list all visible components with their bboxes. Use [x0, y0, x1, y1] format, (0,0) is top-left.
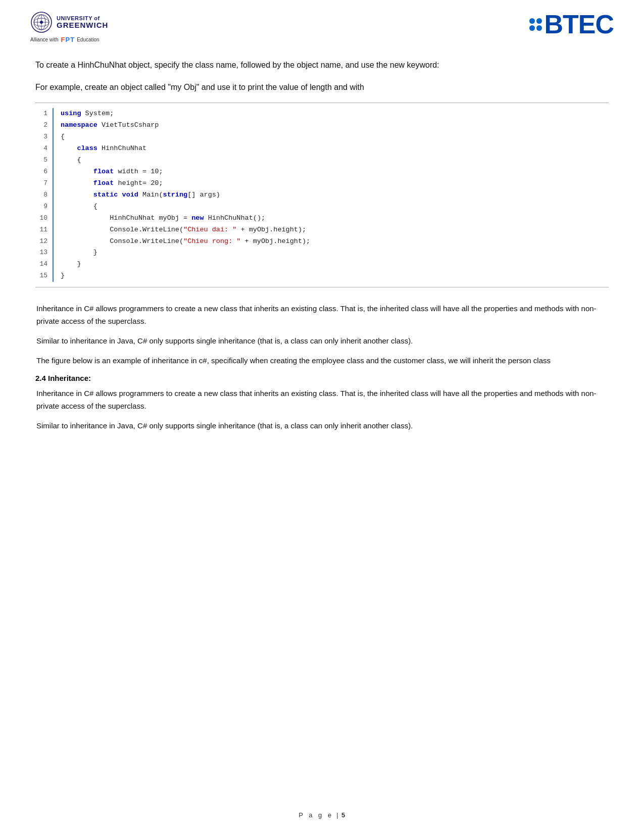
content-area: To create a HinhChuNhat object, specify … [0, 48, 644, 460]
code-line-4: 4 class HinhChuNhat [35, 143, 609, 155]
fpt-logo: FPT [61, 36, 75, 43]
page-number: P a g e | 5 [299, 811, 345, 819]
line-code-14: } [54, 259, 609, 270]
line-num-11: 11 [35, 224, 54, 236]
footer-separator: | [336, 811, 338, 819]
line-code-11: Console.WriteLine("Chieu dai: " + myObj.… [54, 224, 609, 236]
line-code-7: float height= 20; [54, 178, 609, 189]
body-para-4: Inheritance in C# allows programmers to … [35, 387, 609, 413]
university-name: UNIVERSITY of GREENWICH [57, 15, 108, 30]
code-line-5: 5 { [35, 155, 609, 166]
footer: P a g e | 5 [0, 811, 644, 819]
university-logo: UNIVERSITY of GREENWICH [30, 11, 108, 33]
line-code-5: { [54, 155, 609, 166]
body-para-3: The figure below is an example of inheri… [35, 355, 609, 367]
line-num-13: 13 [35, 247, 54, 259]
education-label: Education [77, 37, 99, 42]
line-code-1: using System; [54, 108, 609, 120]
code-line-11: 11 Console.WriteLine("Chieu dai: " + myO… [35, 224, 609, 236]
line-code-8: static void Main(string[] args) [54, 189, 609, 201]
code-block: 1 using System; 2 namespace VietTutsCsha… [35, 108, 609, 282]
line-num-1: 1 [35, 108, 54, 120]
line-code-6: float width = 10; [54, 166, 609, 178]
line-num-15: 15 [35, 270, 54, 282]
code-line-13: 13 } [35, 247, 609, 259]
line-num-8: 8 [35, 189, 54, 201]
line-code-13: } [54, 247, 609, 259]
intro-paragraph-1: To create a HinhChuNhat object, specify … [35, 59, 609, 72]
code-line-2: 2 namespace VietTutsCsharp [35, 120, 609, 131]
line-code-12: Console.WriteLine("Chieu rong: " + myObj… [54, 236, 609, 248]
body-para-1: Inheritance in C# allows programmers to … [35, 303, 609, 328]
body-para-5: Similar to inheritance in Java, C# only … [35, 420, 609, 432]
fpt-p-icon: P [66, 36, 70, 43]
line-num-5: 5 [35, 155, 54, 166]
code-line-9: 9 { [35, 201, 609, 213]
line-num-7: 7 [35, 178, 54, 189]
btec-dot-4 [536, 25, 542, 31]
code-line-15: 15 } [35, 270, 609, 282]
university-name-main: GREENWICH [57, 21, 108, 30]
code-line-12: 12 Console.WriteLine("Chieu rong: " + my… [35, 236, 609, 248]
code-line-3: 3 { [35, 131, 609, 143]
line-num-14: 14 [35, 259, 54, 270]
fpt-f-icon: F [61, 36, 65, 43]
btec-dot-1 [529, 18, 535, 24]
line-code-9: { [54, 201, 609, 213]
line-num-4: 4 [35, 143, 54, 155]
line-code-4: class HinhChuNhat [54, 143, 609, 155]
body-para-2: Similar to inheritance in Java, C# only … [35, 335, 609, 348]
logo-left: UNIVERSITY of GREENWICH Alliance with FP… [30, 11, 108, 43]
code-container: 1 using System; 2 namespace VietTutsCsha… [35, 103, 609, 287]
btec-text: BTEC [544, 11, 614, 37]
code-line-1: 1 using System; [35, 108, 609, 120]
code-line-8: 8 static void Main(string[] args) [35, 189, 609, 201]
alliance-label: Alliance with [30, 37, 59, 42]
line-num-12: 12 [35, 236, 54, 248]
svg-point-4 [40, 21, 43, 24]
code-line-7: 7 float height= 20; [35, 178, 609, 189]
page-num-value: 5 [341, 811, 345, 819]
line-code-2: namespace VietTutsCsharp [54, 120, 609, 131]
university-emblem-icon [30, 11, 53, 33]
header: UNIVERSITY of GREENWICH Alliance with FP… [0, 0, 644, 48]
line-num-10: 10 [35, 213, 54, 224]
line-num-9: 9 [35, 201, 54, 213]
alliance-row: Alliance with FPT Education [30, 36, 100, 43]
line-num-6: 6 [35, 166, 54, 178]
line-code-10: HinhChuNhat myObj = new HinhChuNhat(); [54, 213, 609, 224]
code-line-6: 6 float width = 10; [35, 166, 609, 178]
page-label: P a g e [299, 811, 333, 819]
fpt-t-icon: T [70, 36, 74, 43]
btec-dots-icon [529, 18, 542, 31]
line-code-3: { [54, 131, 609, 143]
line-num-3: 3 [35, 131, 54, 143]
btec-dot-2 [536, 18, 542, 24]
line-code-15: } [54, 270, 609, 282]
btec-logo: BTEC [529, 11, 614, 37]
intro-paragraph-2: For example, create an object called "my… [35, 81, 609, 94]
section-heading-inheritance: 2.4 Inheritance: [35, 374, 609, 382]
line-num-2: 2 [35, 120, 54, 131]
page: UNIVERSITY of GREENWICH Alliance with FP… [0, 0, 644, 834]
code-line-10: 10 HinhChuNhat myObj = new HinhChuNhat()… [35, 213, 609, 224]
btec-dot-3 [529, 25, 535, 31]
university-name-top: UNIVERSITY of [57, 15, 108, 21]
code-line-14: 14 } [35, 259, 609, 270]
